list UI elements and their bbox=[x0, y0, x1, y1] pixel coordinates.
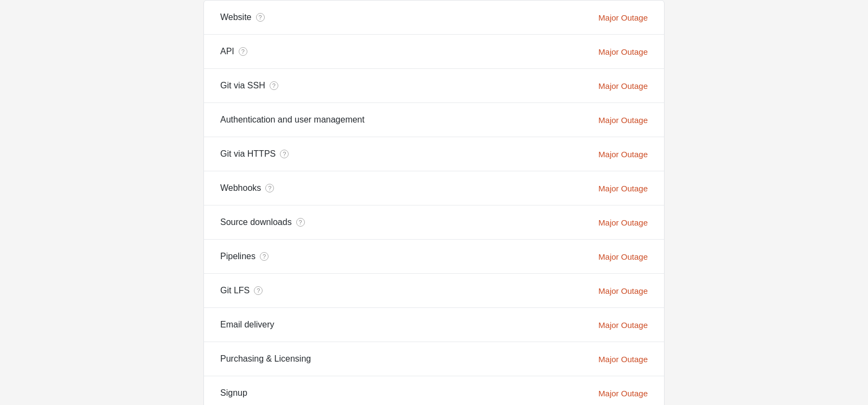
service-name-signup: Signup bbox=[220, 388, 247, 398]
service-info: Git via HTTPS? bbox=[220, 149, 289, 159]
help-icon-source-downloads[interactable]: ? bbox=[296, 218, 305, 227]
status-badge-git-via-ssh: Major Outage bbox=[598, 81, 648, 91]
status-row: Webhooks?Major Outage bbox=[204, 171, 664, 205]
status-badge-purchasing-licensing: Major Outage bbox=[598, 355, 648, 364]
service-name-pipelines: Pipelines bbox=[220, 252, 256, 261]
status-badge-webhooks: Major Outage bbox=[598, 184, 648, 193]
status-badge-signup: Major Outage bbox=[598, 389, 648, 398]
status-row: Website?Major Outage bbox=[204, 1, 664, 35]
service-name-email-delivery: Email delivery bbox=[220, 320, 275, 330]
service-name-webhooks: Webhooks bbox=[220, 183, 261, 193]
status-row: Email deliveryMajor Outage bbox=[204, 308, 664, 342]
status-list: Website?Major OutageAPI?Major OutageGit … bbox=[203, 0, 665, 405]
service-info: API? bbox=[220, 47, 247, 56]
status-badge-auth-user-mgmt: Major Outage bbox=[598, 115, 648, 125]
help-icon-git-lfs[interactable]: ? bbox=[254, 286, 263, 295]
service-name-auth-user-mgmt: Authentication and user management bbox=[220, 115, 365, 125]
status-badge-git-via-https: Major Outage bbox=[598, 150, 648, 159]
help-icon-git-via-ssh[interactable]: ? bbox=[270, 81, 278, 90]
service-info: Website? bbox=[220, 12, 265, 22]
service-info: Source downloads? bbox=[220, 217, 305, 227]
service-info: Git via SSH? bbox=[220, 81, 278, 91]
help-icon-pipelines[interactable]: ? bbox=[260, 252, 269, 261]
help-icon-git-via-https[interactable]: ? bbox=[280, 150, 289, 158]
status-row: Pipelines?Major Outage bbox=[204, 240, 664, 274]
service-info: Email delivery bbox=[220, 320, 275, 330]
service-name-source-downloads: Source downloads bbox=[220, 217, 292, 227]
service-info: Git LFS? bbox=[220, 286, 263, 295]
status-badge-website: Major Outage bbox=[598, 13, 648, 22]
status-row: Git LFS?Major Outage bbox=[204, 274, 664, 308]
help-icon-website[interactable]: ? bbox=[256, 13, 265, 22]
service-name-purchasing-licensing: Purchasing & Licensing bbox=[220, 354, 311, 364]
status-row: Authentication and user managementMajor … bbox=[204, 103, 664, 137]
status-row: Git via HTTPS?Major Outage bbox=[204, 137, 664, 171]
service-info: Signup bbox=[220, 388, 247, 398]
help-icon-webhooks[interactable]: ? bbox=[265, 184, 274, 192]
service-info: Purchasing & Licensing bbox=[220, 354, 311, 364]
status-row: Source downloads?Major Outage bbox=[204, 205, 664, 240]
status-badge-git-lfs: Major Outage bbox=[598, 286, 648, 295]
status-row: Git via SSH?Major Outage bbox=[204, 69, 664, 103]
status-badge-pipelines: Major Outage bbox=[598, 252, 648, 261]
service-info: Pipelines? bbox=[220, 252, 269, 261]
help-icon-api[interactable]: ? bbox=[239, 47, 247, 56]
status-row: API?Major Outage bbox=[204, 35, 664, 69]
service-info: Webhooks? bbox=[220, 183, 274, 193]
service-name-git-via-ssh: Git via SSH bbox=[220, 81, 265, 91]
service-name-git-lfs: Git LFS bbox=[220, 286, 250, 295]
service-info: Authentication and user management bbox=[220, 115, 365, 125]
status-badge-source-downloads: Major Outage bbox=[598, 218, 648, 227]
service-name-website: Website bbox=[220, 12, 252, 22]
status-row: Purchasing & LicensingMajor Outage bbox=[204, 342, 664, 376]
status-row: SignupMajor Outage bbox=[204, 376, 664, 405]
status-badge-api: Major Outage bbox=[598, 47, 648, 56]
service-name-api: API bbox=[220, 47, 234, 56]
service-name-git-via-https: Git via HTTPS bbox=[220, 149, 276, 159]
status-badge-email-delivery: Major Outage bbox=[598, 320, 648, 330]
